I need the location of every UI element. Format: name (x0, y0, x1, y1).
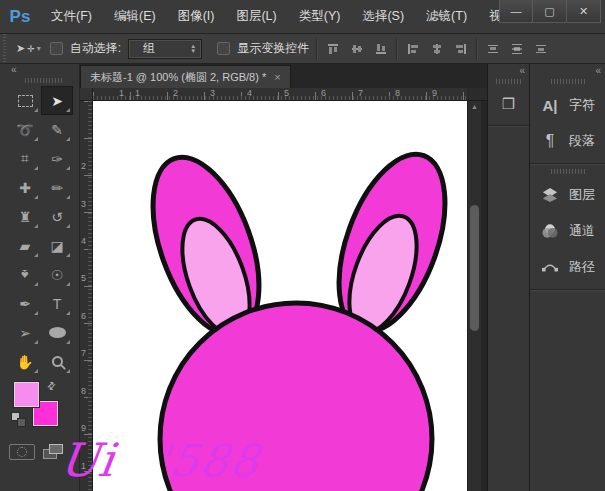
tool-icon: ✒ (19, 296, 31, 312)
channels-label: 通道 (569, 222, 595, 240)
menu-item[interactable]: 图层(L) (225, 8, 287, 25)
ruler-number: 4 (247, 88, 252, 98)
dropdown-stepper-icon: ▲▼ (190, 44, 196, 54)
auto-select-dropdown[interactable]: 组 ▲▼ (128, 39, 202, 59)
tool-icon: ✑ (51, 151, 63, 167)
type-tool[interactable]: T (41, 289, 73, 318)
layers-panel-button[interactable]: 图层 (530, 177, 605, 213)
vertical-scrollbar[interactable]: ▲ (467, 101, 481, 491)
document-tab[interactable]: 未标题-1 @ 100% (椭圆 2, RGB/8) * × (80, 65, 291, 88)
ruler-number: 9 (81, 423, 86, 433)
ruler-number: 5 (284, 88, 289, 98)
move-tool[interactable]: ➤ (41, 86, 73, 115)
crop-tool[interactable]: ⌗ (9, 144, 41, 173)
show-transform-checkbox[interactable] (217, 42, 230, 55)
rectangular-marquee-tool[interactable] (9, 86, 41, 115)
distribute-top-edges-icon[interactable] (484, 40, 501, 57)
default-colors-icon[interactable] (11, 412, 27, 428)
screen-mode-button[interactable] (43, 444, 65, 460)
canvas[interactable] (93, 101, 467, 491)
brush-tool[interactable]: ✏ (41, 173, 73, 202)
distribute-bottom-edges-icon[interactable] (532, 40, 549, 57)
ellipse-shape-tool[interactable] (41, 318, 73, 347)
menu-items: 文件(F)编辑(E)图像(I)图层(L)类型(Y)选择(S)滤镜(T)视图(V) (40, 8, 542, 25)
quick-mask-button[interactable] (9, 444, 35, 460)
tool-icon (49, 327, 66, 338)
panel-gripper[interactable] (551, 169, 585, 174)
hand-tool[interactable]: ✋ (9, 347, 41, 376)
history-brush-tool[interactable]: ↺ (41, 202, 73, 231)
eraser-tool[interactable]: ▰ (9, 231, 41, 260)
ruler-number: 3 (81, 199, 86, 209)
menu-item[interactable]: 编辑(E) (103, 8, 167, 25)
maximize-button[interactable]: ▢ (533, 0, 567, 23)
menu-item[interactable]: 文件(F) (40, 8, 103, 25)
show-transform-label: 显示变换控件 (237, 40, 309, 57)
3d-panel-button[interactable]: ❒ (488, 87, 529, 121)
toolbox-gripper[interactable] (25, 78, 63, 83)
eyedropper-tool[interactable]: ✑ (41, 144, 73, 173)
ruler-number: 7 (81, 348, 86, 358)
menu-item[interactable]: 选择(S) (351, 8, 415, 25)
panel-gripper[interactable] (551, 79, 585, 84)
align-left-edges-icon[interactable] (404, 40, 421, 57)
auto-select-checkbox[interactable] (50, 42, 63, 55)
align-vertical-centers-icon[interactable] (348, 40, 365, 57)
tool-icon: ♠ (21, 267, 28, 283)
align-right-edges-icon[interactable] (452, 40, 469, 57)
tool-icon (18, 95, 33, 107)
lasso-tool[interactable]: ➰ (9, 115, 41, 144)
scrollbar-thumb[interactable] (470, 205, 479, 331)
pen-tool[interactable]: ✒ (9, 289, 41, 318)
character-panel-button[interactable]: A| 字符 (530, 87, 605, 123)
options-gripper[interactable] (0, 34, 7, 63)
tool-icon: ↺ (51, 209, 63, 225)
tool-icon: ✋ (16, 354, 33, 370)
options-bar: ➤✛▾ 自动选择: 组 ▲▼ 显示变换控件 (0, 34, 605, 64)
align-top-edges-icon[interactable] (324, 40, 341, 57)
menu-item[interactable]: 滤镜(T) (415, 8, 478, 25)
zoom-tool[interactable] (41, 347, 73, 376)
path-selection-tool[interactable]: ➢ (9, 318, 41, 347)
channels-panel-button[interactable]: 通道 (530, 213, 605, 249)
foreground-color-swatch[interactable] (14, 382, 39, 407)
close-button[interactable]: ✕ (567, 0, 601, 23)
clone-stamp-tool[interactable]: ♜ (9, 202, 41, 231)
tool-icon: ➢ (19, 325, 31, 341)
menu-item[interactable]: 图像(I) (167, 8, 226, 25)
align-bottom-edges-icon[interactable] (372, 40, 389, 57)
color-swatches: ⇄ (9, 380, 73, 442)
rabbit-artwork (93, 101, 467, 491)
paint-bucket-tool[interactable]: ◪ (41, 231, 73, 260)
tool-icon: ✎ (51, 122, 63, 138)
align-horizontal-centers-icon[interactable] (428, 40, 445, 57)
distribute-vertical-centers-icon[interactable] (508, 40, 525, 57)
panel-collapse-icon[interactable]: « (530, 64, 605, 78)
tab-close-icon[interactable]: × (274, 71, 280, 83)
ruler-number: 8 (81, 386, 86, 396)
panel-divider (530, 163, 605, 164)
channels-icon (540, 223, 560, 239)
paragraph-panel-button[interactable]: ¶ 段落 (530, 123, 605, 159)
menu-item[interactable]: 类型(Y) (288, 8, 352, 25)
paths-icon (540, 259, 560, 275)
photoshop-logo-icon: Ps (0, 7, 40, 27)
panel-collapse-icon[interactable]: « (488, 64, 529, 78)
current-tool-indicator[interactable]: ➤✛▾ (14, 42, 43, 55)
horizontal-ruler: 1123456789 (93, 88, 467, 101)
panel-gripper[interactable] (496, 79, 522, 84)
workspace: « ➤ ➰ ✎ ⌗ ✑ ✚ (0, 64, 605, 491)
quick-selection-tool[interactable]: ✎ (41, 115, 73, 144)
toolbox-collapse-icon[interactable]: « (9, 64, 79, 77)
swap-colors-icon[interactable]: ⇄ (44, 379, 58, 393)
blur-tool[interactable]: ♠ (9, 260, 41, 289)
ruler-number: 4 (81, 236, 86, 246)
paths-panel-button[interactable]: 路径 (530, 249, 605, 285)
spot-healing-brush-tool[interactable]: ✚ (9, 173, 41, 202)
scroll-up-icon[interactable]: ▲ (468, 103, 481, 110)
document-tab-title: 未标题-1 @ 100% (椭圆 2, RGB/8) * (90, 70, 266, 85)
dodge-tool[interactable]: ☉ (41, 260, 73, 289)
tool-icon (52, 356, 63, 367)
ruler-number: 2 (173, 88, 178, 98)
minimize-button[interactable]: — (499, 0, 533, 23)
